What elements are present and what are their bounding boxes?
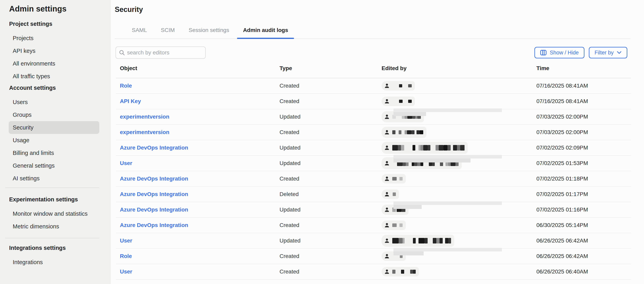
table-row: Azure DevOps IntegrationCreated07/02/202… bbox=[116, 171, 631, 187]
table-header-row: ObjectTypeEdited byTime bbox=[116, 59, 631, 78]
redacted-name-block bbox=[402, 208, 406, 212]
object-link[interactable]: Azure DevOps Integration bbox=[116, 176, 280, 182]
redacted-name-block bbox=[399, 238, 402, 244]
type-cell: Created bbox=[280, 222, 382, 228]
column-header-edited-by: Edited by bbox=[382, 65, 536, 72]
type-cell: Created bbox=[280, 82, 382, 89]
sidebar-item-ai-settings[interactable]: AI settings bbox=[9, 172, 99, 185]
sidebar-item-billing-and-limits[interactable]: Billing and limits bbox=[9, 146, 99, 159]
time-cell: 07/02/2025 02:09PM bbox=[536, 144, 631, 151]
editor-avatar-chip bbox=[382, 267, 419, 276]
editor-cell bbox=[382, 78, 536, 93]
sidebar-section-items: Monitor window and statisticsMetric dime… bbox=[0, 207, 111, 233]
search-icon bbox=[119, 50, 125, 56]
redacted-name-block bbox=[420, 160, 423, 166]
show-hide-columns-button[interactable]: Show / Hide bbox=[534, 47, 584, 58]
redacted-name-block bbox=[424, 238, 428, 244]
redacted-name-block bbox=[399, 100, 402, 103]
user-avatar-icon bbox=[384, 83, 390, 88]
redacted-name-block bbox=[399, 84, 402, 88]
filter-by-button[interactable]: Filter by bbox=[589, 47, 627, 58]
sidebar-item-all-traffic-types[interactable]: All traffic types bbox=[9, 70, 99, 82]
redacted-name-block bbox=[399, 130, 402, 134]
search-box[interactable] bbox=[116, 46, 206, 59]
redacted-name-block bbox=[415, 115, 417, 119]
redacted-name-block bbox=[392, 130, 396, 134]
sidebar-item-integrations[interactable]: Integrations bbox=[9, 256, 99, 268]
redacted-name-block bbox=[393, 192, 396, 196]
object-link[interactable]: Azure DevOps Integration bbox=[116, 191, 280, 198]
type-cell: Created bbox=[280, 268, 382, 275]
editor-cell bbox=[382, 233, 536, 248]
user-avatar-icon bbox=[384, 114, 390, 119]
sidebar-item-users[interactable]: Users bbox=[9, 96, 99, 108]
object-link[interactable]: Azure DevOps Integration bbox=[116, 144, 280, 151]
tab-saml[interactable]: SAML bbox=[126, 24, 153, 38]
sidebar-item-usage[interactable]: Usage bbox=[9, 134, 99, 146]
object-link[interactable]: Role bbox=[116, 82, 280, 89]
sidebar-title: Admin settings bbox=[9, 4, 111, 14]
redacted-name-block bbox=[407, 115, 412, 119]
object-link[interactable]: experimentversion bbox=[116, 114, 280, 120]
redacted-name-block bbox=[413, 270, 416, 274]
redacted-name-block bbox=[400, 177, 402, 180]
tab-admin-audit-logs[interactable]: Admin audit logs bbox=[237, 24, 294, 38]
object-link[interactable]: Azure DevOps Integration bbox=[116, 222, 280, 228]
sidebar-item-security[interactable]: Security bbox=[9, 121, 99, 134]
sidebar-item-all-environments[interactable]: All environments bbox=[9, 57, 99, 70]
editor-avatar-chip bbox=[382, 252, 406, 261]
redacted-name-block bbox=[392, 115, 396, 119]
redacted-name-block bbox=[410, 270, 413, 274]
redacted-name-block bbox=[406, 160, 408, 166]
editor-avatar-chip bbox=[382, 235, 454, 247]
sidebar-section-heading-account-settings: Account settings bbox=[9, 83, 111, 92]
object-link[interactable]: User bbox=[116, 238, 280, 244]
search-input[interactable] bbox=[127, 50, 202, 56]
type-cell: Created bbox=[280, 129, 382, 136]
object-link[interactable]: Role bbox=[116, 253, 280, 259]
redacted-name-block bbox=[397, 208, 402, 212]
redacted-name-block bbox=[429, 160, 432, 166]
time-cell: 07/16/2025 08:41AM bbox=[536, 98, 631, 104]
redacted-name-block bbox=[413, 238, 416, 244]
columns-icon bbox=[540, 50, 546, 56]
table-row: experimentversionUpdated07/03/2025 02:00… bbox=[116, 109, 631, 125]
redacted-name-block bbox=[420, 145, 423, 150]
redacted-name-block bbox=[398, 145, 401, 150]
redacted-name-block bbox=[401, 145, 404, 150]
sidebar-section-heading-project-settings: Project settings bbox=[9, 19, 111, 28]
object-link[interactable]: User bbox=[116, 268, 280, 275]
editor-avatar-chip bbox=[382, 174, 406, 184]
sidebar-item-projects[interactable]: Projects bbox=[9, 32, 99, 44]
sidebar-item-api-keys[interactable]: API keys bbox=[9, 44, 99, 57]
table-row: UserUpdated06/26/2025 06:42AM bbox=[116, 233, 631, 249]
sidebar-section-heading-experimentation-settings: Experimentation settings bbox=[9, 195, 111, 204]
editor-avatar-chip bbox=[382, 81, 415, 90]
tab-scim[interactable]: SCIM bbox=[155, 24, 181, 38]
tab-session-settings[interactable]: Session settings bbox=[183, 24, 235, 38]
redacted-name-block bbox=[408, 84, 412, 88]
sidebar-item-groups[interactable]: Groups bbox=[9, 108, 99, 121]
sidebar-item-general-settings[interactable]: General settings bbox=[9, 159, 99, 172]
object-link[interactable]: User bbox=[116, 160, 280, 166]
type-cell: Updated bbox=[280, 160, 382, 166]
editor-avatar-chip bbox=[382, 111, 424, 122]
editor-cell bbox=[382, 264, 536, 279]
redacted-name-block bbox=[436, 238, 440, 244]
user-avatar-icon bbox=[384, 254, 390, 259]
user-avatar-icon bbox=[384, 161, 390, 166]
tabs: SAMLSCIMSession settingsAdmin audit logs bbox=[126, 24, 630, 38]
time-cell: 06/26/2025 06:42AM bbox=[536, 238, 631, 244]
editor-avatar-chip bbox=[382, 204, 408, 215]
table-row: UserCreated06/26/2025 06:40AM bbox=[116, 264, 631, 280]
sidebar-item-monitor-window-and-statistics[interactable]: Monitor window and statistics bbox=[9, 207, 99, 220]
user-avatar-icon bbox=[384, 176, 390, 181]
redacted-name-block bbox=[392, 145, 398, 150]
sidebar-item-metric-dimensions[interactable]: Metric dimensions bbox=[9, 220, 99, 233]
table-row: RoleCreated06/26/2025 06:42AM bbox=[116, 249, 631, 264]
object-link[interactable]: experimentversion bbox=[116, 129, 280, 136]
object-link[interactable]: Azure DevOps Integration bbox=[116, 206, 280, 213]
time-cell: 07/03/2025 02:00PM bbox=[536, 129, 631, 136]
editor-cell bbox=[382, 125, 536, 140]
object-link[interactable]: API Key bbox=[116, 98, 280, 104]
